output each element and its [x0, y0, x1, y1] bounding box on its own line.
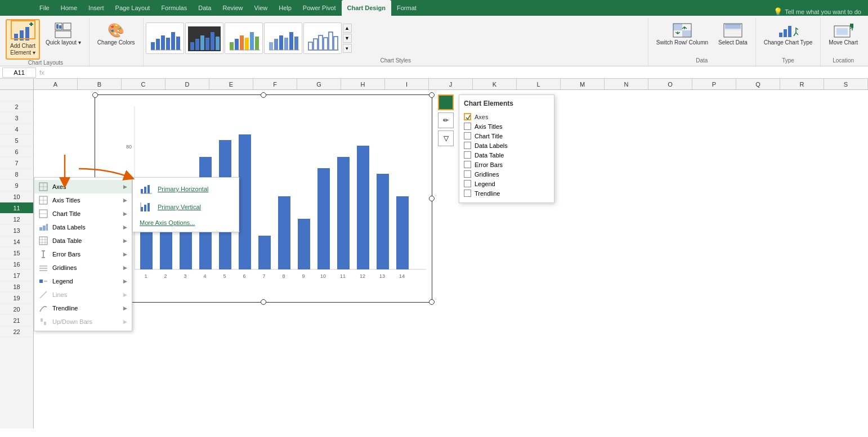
change-colors-button[interactable]: 🎨 Change Colors	[93, 19, 140, 49]
tab-file[interactable]: File	[34, 0, 55, 16]
chart-filters-button[interactable]: ▽	[438, 130, 454, 146]
tab-help[interactable]: Help	[273, 0, 297, 16]
row-header-11[interactable]: 11	[0, 202, 33, 214]
col-header-D[interactable]: D	[165, 79, 209, 89]
chart-element-legend[interactable]: Legend	[464, 179, 549, 188]
data-table-checkbox[interactable]	[464, 151, 471, 159]
chart-styles-scroll-more[interactable]: ▾	[343, 44, 352, 53]
col-header-G[interactable]: G	[297, 79, 341, 89]
chart-handle-mr[interactable]	[429, 196, 435, 201]
chart-styles-scroll-down[interactable]: ▼	[343, 34, 352, 43]
chart-style-4[interactable]	[264, 22, 302, 54]
row-header-1[interactable]	[0, 90, 33, 101]
move-chart-button[interactable]: Move Chart	[824, 19, 862, 49]
chart-element-data-table[interactable]: Data Table	[464, 150, 549, 160]
switch-row-column-button[interactable]: Switch Row/ Column	[652, 19, 713, 49]
row-header-16[interactable]: 16	[0, 259, 33, 270]
tab-chart-design[interactable]: Chart Design	[342, 0, 391, 16]
col-header-L[interactable]: L	[517, 79, 561, 89]
row-header-15[interactable]: 15	[0, 247, 33, 259]
tab-data[interactable]: Data	[193, 0, 217, 16]
row-header-9[interactable]: 9	[0, 180, 33, 191]
submenu-primary-horizontal[interactable]: Primary Horizontal	[133, 180, 239, 198]
chart-styles-scroll-up[interactable]: ▲	[343, 24, 352, 33]
dropdown-item-legend[interactable]: Legend ▶	[34, 274, 132, 288]
row-header-14[interactable]: 14	[0, 236, 33, 247]
row-header-18[interactable]: 18	[0, 281, 33, 292]
chart-title-checkbox[interactable]	[464, 132, 471, 139]
dropdown-item-trendline[interactable]: Trendline ▶	[34, 301, 132, 315]
data-labels-checkbox[interactable]	[464, 142, 471, 149]
row-header-21[interactable]: 21	[0, 315, 33, 326]
col-header-M[interactable]: M	[561, 79, 605, 89]
chart-style-3[interactable]	[225, 22, 263, 54]
dropdown-item-axes[interactable]: Axes ▶	[34, 180, 132, 193]
col-header-S[interactable]: S	[824, 79, 868, 89]
tab-insert[interactable]: Insert	[83, 0, 110, 16]
chart-element-error-bars[interactable]: Error Bars	[464, 160, 549, 169]
tab-home[interactable]: Home	[55, 0, 83, 16]
chart-style-5[interactable]	[303, 22, 342, 54]
tab-review[interactable]: Review	[217, 0, 248, 16]
tab-formulas[interactable]: Formulas	[155, 0, 193, 16]
chart-style-1[interactable]	[146, 22, 184, 54]
col-header-E[interactable]: E	[209, 79, 253, 89]
row-header-20[interactable]: 20	[0, 304, 33, 315]
col-header-N[interactable]: N	[605, 79, 648, 89]
row-header-19[interactable]: 19	[0, 292, 33, 304]
chart-handle-tr[interactable]	[429, 92, 435, 98]
chart-elements-button[interactable]: +	[438, 94, 454, 110]
chart-element-data-labels[interactable]: Data Labels	[464, 141, 549, 150]
chart-style-2[interactable]	[185, 22, 223, 54]
select-data-button[interactable]: Select Data	[714, 19, 752, 49]
chart-styles-button[interactable]: ✏	[438, 112, 454, 128]
col-header-Q[interactable]: Q	[736, 79, 780, 89]
row-header-10[interactable]: 10	[0, 191, 33, 202]
submenu-more-axis-options[interactable]: More Axis Options...	[133, 216, 239, 229]
change-chart-type-button[interactable]: Change Chart Type	[759, 19, 817, 49]
col-header-A[interactable]: A	[34, 79, 78, 89]
chart-handle-bc[interactable]	[261, 299, 266, 305]
axes-checkbox[interactable]	[464, 113, 471, 120]
col-header-I[interactable]: I	[385, 79, 429, 89]
row-header-3[interactable]: 3	[0, 112, 33, 124]
row-header-6[interactable]: 6	[0, 146, 33, 157]
row-header-13[interactable]: 13	[0, 225, 33, 236]
chart-element-axis-titles[interactable]: Axis Titles	[464, 121, 549, 131]
row-header-7[interactable]: 7	[0, 157, 33, 169]
dropdown-item-chart-title[interactable]: Chart Title ▶	[34, 207, 132, 220]
row-header-12[interactable]: 12	[0, 214, 33, 225]
col-header-F[interactable]: F	[253, 79, 297, 89]
col-header-P[interactable]: P	[692, 79, 736, 89]
error-bars-checkbox[interactable]	[464, 161, 471, 168]
chart-handle-tl[interactable]	[92, 92, 98, 98]
tab-power-pivot[interactable]: Power Pivot	[297, 0, 342, 16]
dropdown-item-data-table[interactable]: Data Table ▶	[34, 234, 132, 247]
chart-handle-br[interactable]	[429, 299, 435, 305]
row-header-22[interactable]: 22	[0, 326, 33, 337]
add-chart-element-button[interactable]: Add Chart Element ▾	[6, 19, 40, 60]
chart-element-chart-title[interactable]: Chart Title	[464, 131, 549, 141]
name-box[interactable]	[2, 67, 36, 78]
dropdown-item-axis-titles[interactable]: Axis Titles ▶	[34, 193, 132, 207]
tab-page-layout[interactable]: Page Layout	[110, 0, 156, 16]
chart-element-trendline[interactable]: Trendline	[464, 188, 549, 198]
submenu-primary-vertical[interactable]: Primary Vertical	[133, 198, 239, 216]
col-header-C[interactable]: C	[122, 79, 165, 89]
chart-element-gridlines[interactable]: Gridlines	[464, 169, 549, 179]
chart-handle-tc[interactable]	[261, 92, 266, 98]
tab-view[interactable]: View	[249, 0, 274, 16]
row-header-17[interactable]: 17	[0, 270, 33, 281]
gridlines-checkbox[interactable]	[464, 170, 471, 178]
legend-checkbox[interactable]	[464, 180, 471, 187]
axis-titles-checkbox[interactable]	[464, 123, 471, 130]
row-header-8[interactable]: 8	[0, 169, 33, 180]
row-header-5[interactable]: 5	[0, 135, 33, 146]
trendline-checkbox[interactable]	[464, 190, 471, 197]
col-header-J[interactable]: J	[429, 79, 473, 89]
dropdown-item-gridlines[interactable]: Gridlines ▶	[34, 261, 132, 274]
col-header-B[interactable]: B	[78, 79, 122, 89]
dropdown-item-error-bars[interactable]: Error Bars ▶	[34, 247, 132, 261]
col-header-H[interactable]: H	[341, 79, 385, 89]
chart-element-axes[interactable]: Axes	[464, 112, 549, 121]
